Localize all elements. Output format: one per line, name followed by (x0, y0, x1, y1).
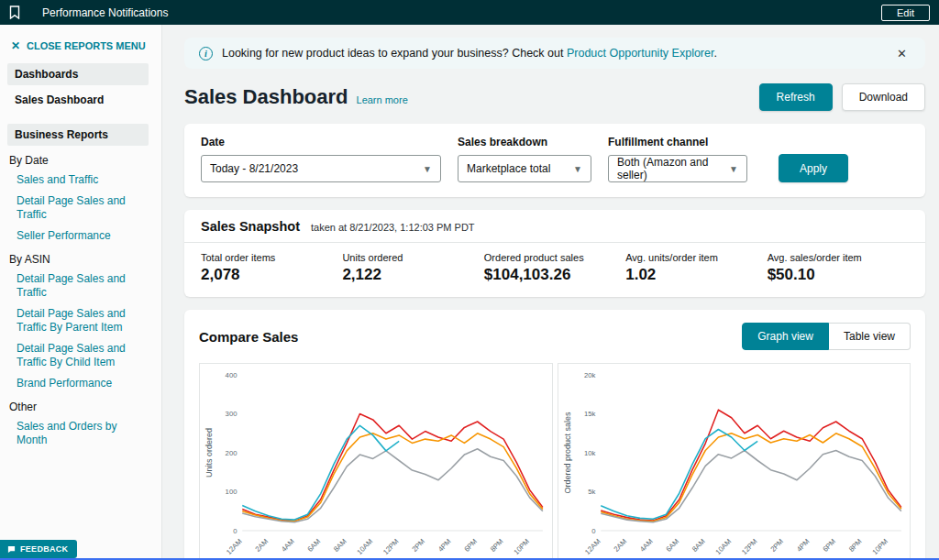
svg-text:2AM: 2AM (612, 537, 627, 554)
topbar-title: Performance Notifications (42, 6, 168, 19)
svg-text:6PM: 6PM (821, 537, 836, 554)
close-reports-menu[interactable]: ✕ CLOSE REPORTS MENU (0, 39, 161, 52)
svg-text:200: 200 (226, 449, 238, 457)
snapshot-stats: Total order items 2,078 Units ordered 2,… (184, 243, 925, 297)
chevron-down-icon: ▼ (729, 164, 738, 174)
svg-text:4AM: 4AM (280, 537, 295, 554)
svg-text:12AM: 12AM (225, 537, 243, 556)
svg-text:400: 400 (226, 371, 238, 379)
svg-text:4PM: 4PM (436, 537, 452, 554)
stat-value: $50.10 (768, 266, 909, 284)
top-bar: Performance Notifications Edit (0, 0, 939, 25)
table-view-button[interactable]: Table view (829, 323, 911, 350)
svg-text:10AM: 10AM (713, 537, 732, 556)
filters-card: Date Today - 8/21/2023 ▼ Sales breakdown… (184, 124, 925, 197)
stat-avg-units-per-order: Avg. units/order item 1.02 (625, 252, 767, 284)
chevron-down-icon: ▼ (423, 164, 432, 174)
ordered-product-sales-chart-panel: 05k10k15k20kOrdered product sales12AM2AM… (558, 363, 911, 560)
view-toggle: Graph view Table view (742, 323, 911, 350)
bookmark-icon[interactable] (9, 5, 22, 20)
date-filter-label: Date (201, 136, 441, 148)
date-select[interactable]: Today - 8/21/2023 ▼ (201, 155, 441, 182)
svg-text:12PM: 12PM (740, 537, 758, 556)
svg-text:10PM: 10PM (513, 537, 531, 556)
sidebar-item-sales-and-traffic[interactable]: Sales and Traffic (0, 170, 161, 191)
sidebar-item-detail-page-child-item[interactable]: Detail Page Sales and Traffic By Child I… (0, 338, 161, 373)
stat-units-ordered: Units ordered 2,122 (342, 252, 483, 284)
stat-label: Avg. sales/order item (768, 252, 909, 263)
svg-text:0: 0 (591, 527, 596, 535)
sidebar-item-seller-performance[interactable]: Seller Performance (0, 225, 161, 247)
sidebar-item-detail-page-sales-traffic[interactable]: Detail Page Sales and Traffic (0, 191, 161, 225)
sidebar-section-dashboards: Dashboards (7, 63, 149, 85)
fulfillment-channel-label: Fulfillment channel (608, 136, 747, 148)
download-button[interactable]: Download (842, 83, 925, 111)
svg-text:8AM: 8AM (690, 537, 706, 554)
sales-breakdown-select[interactable]: Marketplace total ▼ (458, 155, 591, 182)
svg-text:4AM: 4AM (638, 537, 654, 554)
close-icon: ✕ (11, 39, 20, 52)
svg-text:15k: 15k (584, 410, 595, 418)
ordered-product-sales-chart: 05k10k15k20kOrdered product sales12AM2AM… (558, 364, 911, 560)
svg-text:6AM: 6AM (664, 537, 679, 554)
edit-button[interactable]: Edit (881, 5, 930, 21)
stat-value: $104,103.26 (484, 266, 625, 284)
close-reports-label: CLOSE REPORTS MENU (27, 40, 146, 51)
svg-text:4PM: 4PM (795, 537, 811, 554)
sidebar-group-other: Other (0, 394, 161, 416)
sidebar-item-brand-performance[interactable]: Brand Performance (0, 373, 161, 394)
apply-button[interactable]: Apply (779, 154, 848, 182)
stat-ordered-product-sales: Ordered product sales $104,103.26 (484, 252, 625, 284)
stat-total-order-items: Total order items 2,078 (201, 252, 342, 284)
svg-text:100: 100 (226, 488, 238, 496)
date-select-value: Today - 8/21/2023 (210, 162, 298, 175)
product-opportunity-explorer-link[interactable]: Product Opportunity Explorer (567, 47, 714, 60)
svg-text:10PM: 10PM (870, 537, 889, 556)
svg-text:2AM: 2AM (254, 537, 270, 554)
banner-close-icon[interactable]: ✕ (893, 45, 911, 62)
stat-value: 1.02 (625, 266, 767, 284)
svg-text:20k: 20k (584, 371, 595, 379)
fulfillment-channel-value: Both (Amazon and seller) (617, 156, 722, 181)
stat-label: Avg. units/order item (625, 252, 767, 263)
svg-text:2PM: 2PM (768, 537, 784, 554)
sidebar-item-sales-dashboard[interactable]: Sales Dashboard (0, 87, 161, 113)
svg-text:8PM: 8PM (847, 537, 863, 554)
svg-text:10AM: 10AM (356, 537, 374, 556)
svg-text:12AM: 12AM (583, 537, 602, 556)
svg-text:8AM: 8AM (332, 537, 348, 554)
banner-message: Looking for new product ideas to expand … (222, 47, 563, 60)
svg-text:6PM: 6PM (463, 537, 479, 554)
sidebar-item-sales-orders-by-month[interactable]: Sales and Orders by Month (0, 416, 161, 451)
banner-text: Looking for new product ideas to expand … (222, 47, 717, 60)
sidebar-item-detail-page-parent-item[interactable]: Detail Page Sales and Traffic By Parent … (0, 303, 161, 338)
sales-snapshot-card: Sales Snapshot taken at 8/21/2023, 1:12:… (184, 210, 925, 297)
sidebar-section-business-reports: Business Reports (7, 124, 149, 146)
graph-view-button[interactable]: Graph view (742, 323, 829, 350)
sidebar-item-detail-page-sales-traffic-asin[interactable]: Detail Page Sales and Traffic (0, 269, 161, 303)
units-ordered-chart: 0100200300400Units ordered12AM2AM4AM6AM8… (200, 364, 552, 560)
fulfillment-channel-select[interactable]: Both (Amazon and seller) ▼ (608, 155, 747, 182)
info-icon: i (199, 47, 213, 60)
refresh-button[interactable]: Refresh (759, 83, 833, 111)
stat-avg-sales-per-order: Avg. sales/order item $50.10 (768, 252, 909, 284)
sidebar-group-by-asin: By ASIN (0, 247, 161, 269)
stat-label: Ordered product sales (484, 252, 625, 263)
svg-text:10k: 10k (584, 449, 595, 457)
svg-text:12PM: 12PM (381, 537, 400, 556)
learn-more-link[interactable]: Learn more (357, 94, 408, 105)
feedback-button[interactable]: FEEDBACK (0, 540, 77, 558)
svg-text:8PM: 8PM (489, 537, 504, 554)
feedback-label: FEEDBACK (20, 544, 68, 554)
page-header: Sales Dashboard Learn more Refresh Downl… (184, 83, 925, 111)
sales-snapshot-title: Sales Snapshot (201, 219, 300, 234)
svg-text:6AM: 6AM (306, 537, 322, 554)
sales-breakdown-value: Marketplace total (467, 162, 550, 175)
svg-text:Ordered product sales: Ordered product sales (562, 412, 571, 494)
svg-text:5k: 5k (588, 488, 595, 496)
chevron-down-icon: ▼ (573, 164, 582, 174)
reports-sidebar: ✕ CLOSE REPORTS MENU Dashboards Sales Da… (0, 25, 162, 560)
sidebar-group-by-date: By Date (0, 148, 161, 170)
svg-text:0: 0 (233, 527, 238, 535)
banner-suffix: . (713, 47, 716, 60)
